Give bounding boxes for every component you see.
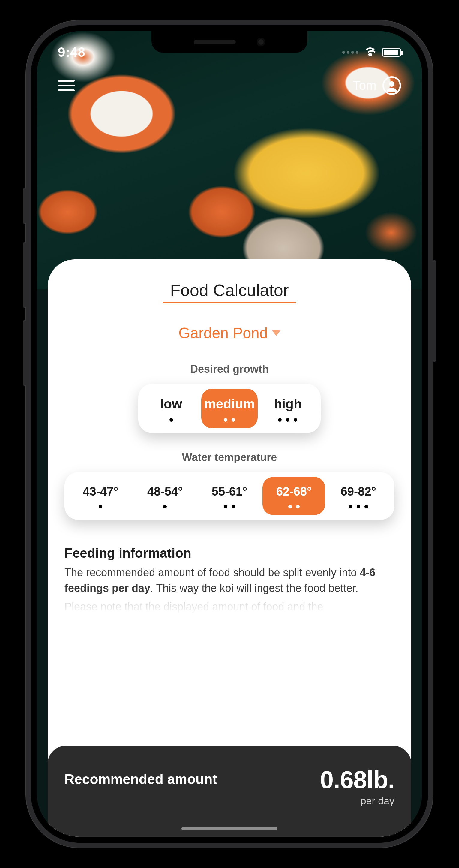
feeding-info: Feeding information The recommended amou… <box>65 546 394 615</box>
temperature-option[interactable]: 43-47° <box>69 477 132 515</box>
side-button <box>433 260 436 362</box>
result-amount: 0.68lb. <box>320 766 394 794</box>
growth-option-label: high <box>274 397 302 411</box>
frequency-dots-icon <box>288 505 300 508</box>
frequency-dots-icon <box>99 505 102 508</box>
pond-selected-label: Garden Pond <box>178 324 268 342</box>
temperature-option[interactable]: 48-54° <box>134 477 197 515</box>
pond-selector[interactable]: Garden Pond <box>178 324 280 342</box>
temperature-option-label: 55-61° <box>212 485 247 498</box>
frequency-dots-icon <box>163 505 167 508</box>
temperature-segmented-control: 43-47°48-54°55-61°62-68°69-82° <box>65 472 394 520</box>
feeding-info-body: The recommended amount of food should be… <box>65 565 394 596</box>
user-button[interactable]: Tom <box>353 76 401 95</box>
temperature-label: Water temperature <box>182 451 277 464</box>
chevron-down-icon <box>272 331 281 336</box>
user-name: Tom <box>353 78 376 93</box>
result-unit: per day <box>320 795 394 807</box>
growth-label: Desired growth <box>190 363 269 375</box>
growth-segmented-control: lowmediumhigh <box>138 384 321 433</box>
page-title: Food Calculator <box>163 280 296 304</box>
result-label: Recommended amount <box>65 771 217 787</box>
frequency-dots-icon <box>224 418 235 422</box>
avatar-icon <box>383 76 401 95</box>
temperature-option[interactable]: 55-61° <box>198 477 261 515</box>
growth-option-label: medium <box>204 397 255 411</box>
frequency-dots-icon <box>169 418 173 422</box>
temperature-option-label: 62-68° <box>276 485 312 498</box>
temperature-option-label: 43-47° <box>83 485 118 498</box>
growth-option[interactable]: medium <box>201 389 258 428</box>
cellular-icon <box>342 51 359 54</box>
frequency-dots-icon <box>349 505 368 508</box>
phone-frame: 9:48 Tom <box>26 20 433 848</box>
side-button <box>23 242 26 308</box>
feeding-info-heading: Feeding information <box>65 546 394 561</box>
feeding-info-continued: Please note that the displayed amount of… <box>65 599 394 615</box>
status-time: 9:48 <box>58 45 86 60</box>
hero-koi-image <box>37 31 422 289</box>
battery-icon <box>382 48 401 57</box>
side-button <box>23 320 26 386</box>
menu-icon[interactable] <box>58 80 75 91</box>
temperature-option-label: 69-82° <box>340 485 376 498</box>
wifi-icon <box>364 48 376 57</box>
growth-option-label: low <box>160 397 182 411</box>
temperature-option[interactable]: 69-82° <box>327 477 390 515</box>
temperature-option-label: 48-54° <box>147 485 183 498</box>
growth-option[interactable]: high <box>260 389 316 428</box>
result-bar: Recommended amount 0.68lb. per day <box>48 746 411 837</box>
temperature-option[interactable]: 62-68° <box>262 477 325 515</box>
home-indicator <box>182 827 277 830</box>
side-button <box>23 188 26 224</box>
status-bar: 9:48 <box>37 40 422 64</box>
screen: 9:48 Tom <box>37 31 422 837</box>
frequency-dots-icon <box>224 505 235 508</box>
frequency-dots-icon <box>278 418 297 422</box>
growth-option[interactable]: low <box>143 389 199 428</box>
